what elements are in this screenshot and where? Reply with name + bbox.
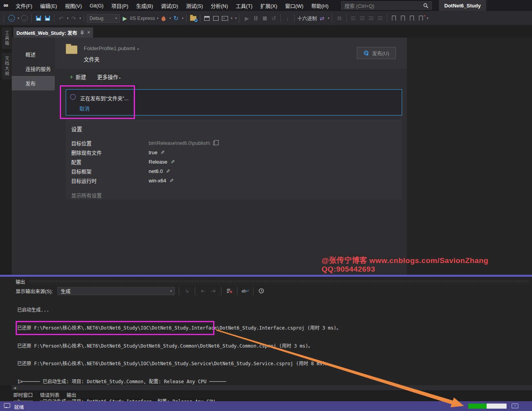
outdent-icon[interactable] <box>349 14 357 23</box>
menu-tools[interactable]: 工具(T) <box>232 0 257 11</box>
copy-icon[interactable] <box>213 141 217 145</box>
bookmark-clear-icon[interactable]: × <box>417 14 425 23</box>
toolbar-overflow-icon[interactable]: ▾ <box>328 16 329 20</box>
nav-item-overview[interactable]: 概述 <box>12 47 55 61</box>
menu-view[interactable]: 视图(V) <box>61 0 86 11</box>
tab-output[interactable]: 输出 <box>66 391 76 400</box>
save-all-button[interactable] <box>43 14 51 23</box>
diff-icon[interactable]: ⇄ <box>318 14 326 23</box>
hex-display-toggle[interactable]: 十六进制 <box>297 14 317 22</box>
panel-drag-handle[interactable] <box>29 280 529 283</box>
comment-icon[interactable] <box>367 14 375 23</box>
menu-window[interactable]: 窗口(W) <box>281 0 307 11</box>
scroll-left-icon[interactable]: ◀ <box>13 386 16 390</box>
find-in-files-icon[interactable] <box>189 14 197 23</box>
feedback-bubble-icon[interactable] <box>4 403 10 408</box>
menu-project[interactable]: 项目(P) <box>108 0 132 11</box>
horizontal-scrollbar[interactable]: ◀ <box>12 385 532 390</box>
navigate-back-button[interactable]: ← <box>7 14 16 23</box>
close-icon[interactable]: × <box>87 30 90 35</box>
prev-message-icon[interactable]: ⇤ <box>199 287 207 295</box>
new-profile-button[interactable]: +新建 <box>70 73 86 81</box>
publish-document-tab[interactable]: DotNet6_Web_Study: 发布 × <box>13 27 93 38</box>
show-all-settings-link[interactable]: 显示所有设置 <box>71 191 397 199</box>
chevron-down-icon[interactable]: ▾ <box>79 16 81 20</box>
window-layout-icon[interactable] <box>212 14 220 23</box>
copy-frame-icon[interactable]: ⧉ <box>336 14 343 23</box>
undo-button[interactable]: ↶ <box>57 14 65 23</box>
edit-pencil-icon[interactable]: ✎ <box>171 159 175 165</box>
menu-build[interactable]: 生成(B) <box>132 0 157 11</box>
terminal-icon[interactable]: > <box>221 14 229 23</box>
nav-item-connected-services[interactable]: 连接的服务 <box>12 61 55 76</box>
profile-dropdown[interactable]: FolderProfile1.pubxml ▾ <box>84 45 139 51</box>
publish-content: FolderProfile1.pubxml ▾ 文件夹 发布(U) +新建 更多… <box>55 38 407 275</box>
tab-title: DotNet6_Web_Study: 发布 <box>16 29 77 36</box>
toolbox-vertical-tab[interactable]: 工具箱 <box>2 27 11 49</box>
chevron-down-icon[interactable]: ▾ <box>18 16 19 20</box>
tab-immediate-window[interactable]: 即时窗口 <box>13 391 33 400</box>
clear-all-icon[interactable] <box>225 287 233 295</box>
chevron-down-icon[interactable]: ▾ <box>182 16 183 20</box>
output-source-dropdown[interactable]: 生成 ▾ <box>58 287 175 295</box>
start-debug-button[interactable]: ▶ <box>121 14 129 23</box>
more-actions-button[interactable]: 更多操作▾ <box>97 73 120 81</box>
continue-button[interactable]: ▶ <box>243 14 251 23</box>
search-icon <box>423 3 428 8</box>
menu-analyze[interactable]: 分析(N) <box>207 0 232 11</box>
restart-button[interactable]: ↺ <box>270 14 278 23</box>
output-line: 1>────── 已启动生成: 项目: DotNet6_Study.Common… <box>17 379 341 385</box>
pause-button[interactable] <box>252 14 260 23</box>
edit-pencil-icon[interactable]: ✎ <box>160 150 165 155</box>
nav-item-publish[interactable]: 发布 <box>12 76 55 90</box>
chevron-down-icon[interactable]: ▾ <box>169 16 171 20</box>
solution-configuration-dropdown[interactable]: Debug ▾ <box>87 14 120 23</box>
edit-pencil-icon[interactable]: ✎ <box>166 168 170 174</box>
home-window-icon[interactable] <box>203 14 211 23</box>
notifications-icon[interactable]: ≡ <box>512 404 518 408</box>
bookmark-next-icon[interactable] <box>408 14 416 23</box>
chevron-down-icon[interactable]: ▾ <box>157 16 158 20</box>
progress-fill <box>468 404 487 409</box>
toolbar-overflow-icon[interactable]: ▾ <box>427 16 428 20</box>
chevron-down-icon[interactable]: ▾ <box>67 16 68 20</box>
menu-help[interactable]: 帮助(H) <box>307 0 332 11</box>
menu-file[interactable]: 文件(F) <box>12 0 36 11</box>
toolbar-grip[interactable] <box>4 14 5 22</box>
publish-progress-panel: 正在发布到“文件夹”... 取消 <box>66 89 402 115</box>
tab-error-list[interactable]: 错误列表 <box>40 391 59 400</box>
refresh-button[interactable]: ↻ <box>172 14 180 23</box>
bookmark-toggle-icon[interactable] <box>390 14 398 23</box>
uncomment-icon[interactable] <box>376 14 384 23</box>
edit-pencil-icon[interactable]: ✎ <box>169 178 174 184</box>
step-over-icon[interactable]: ↓ <box>284 14 291 23</box>
stop-button[interactable] <box>261 14 269 23</box>
cancel-link[interactable]: 取消 <box>79 105 90 112</box>
menu-debug[interactable]: 调试(D) <box>157 0 182 11</box>
goto-message-icon[interactable]: ↳ <box>183 287 191 295</box>
indent-icon[interactable] <box>358 14 366 23</box>
redo-button[interactable]: ↷ <box>70 14 77 23</box>
next-message-icon[interactable]: ⇥ <box>209 287 217 295</box>
menu-git[interactable]: Git(G) <box>86 0 107 11</box>
plus-icon: + <box>70 74 73 80</box>
word-wrap-icon[interactable]: ab↵ <box>241 287 249 295</box>
bookmark-prev-icon[interactable] <box>399 14 407 23</box>
timestamp-icon[interactable] <box>257 287 265 295</box>
navigate-forward-button[interactable]: → <box>20 14 29 23</box>
menu-test[interactable]: 测试(S) <box>182 0 207 11</box>
run-target-label[interactable]: IIS Express <box>130 16 155 21</box>
document-outline-vertical-tab[interactable]: 文档大纲 <box>2 53 11 79</box>
publish-button[interactable]: 发布(U) <box>357 47 396 59</box>
hot-reload-icon[interactable] <box>160 14 167 23</box>
quick-search-input[interactable]: 搜索 (Ctrl+Q) <box>341 1 432 10</box>
save-button[interactable] <box>34 14 42 23</box>
setting-label: 目标位置 <box>71 139 149 147</box>
toolbar-overflow-icon[interactable]: ▾ <box>235 16 237 20</box>
chevron-down-icon[interactable]: ▾ <box>231 16 232 20</box>
menu-edit[interactable]: 编辑(E) <box>36 0 61 11</box>
chevron-down-icon: ▾ <box>137 47 139 51</box>
menu-extensions[interactable]: 扩展(X) <box>256 0 281 11</box>
document-tab-strip: DotNet6_Web_Study: 发布 × <box>12 25 532 38</box>
pin-icon[interactable] <box>80 31 84 35</box>
